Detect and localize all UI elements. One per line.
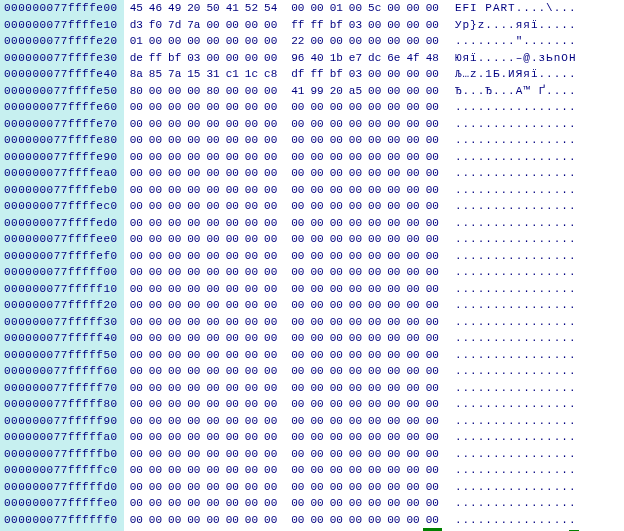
hex-byte[interactable]: 00 <box>365 149 384 166</box>
hex-byte[interactable]: 00 <box>223 165 242 182</box>
hex-byte[interactable]: 00 <box>288 0 307 17</box>
hex-byte[interactable]: 45 <box>127 0 146 17</box>
hex-byte[interactable]: 00 <box>146 462 165 479</box>
hex-byte[interactable]: 00 <box>346 99 365 116</box>
hex-byte[interactable]: 00 <box>146 248 165 265</box>
hex-bytes[interactable]: 00000000000000000000000000000000 <box>124 462 445 479</box>
hex-byte[interactable]: 00 <box>203 215 222 232</box>
hex-byte[interactable]: 00 <box>346 297 365 314</box>
hex-byte[interactable]: 41 <box>288 83 307 100</box>
hex-byte[interactable]: 00 <box>307 297 326 314</box>
hex-byte[interactable]: f0 <box>146 17 165 34</box>
hex-byte[interactable]: 00 <box>384 116 403 133</box>
hex-byte[interactable]: 00 <box>242 380 261 397</box>
hex-byte[interactable]: 00 <box>223 396 242 413</box>
hex-byte[interactable]: 00 <box>307 479 326 496</box>
hex-byte[interactable]: 00 <box>184 231 203 248</box>
hex-row[interactable]: 000000077fffff20000000000000000000000000… <box>0 297 583 314</box>
hex-byte[interactable]: 00 <box>261 347 280 364</box>
hex-byte[interactable]: 00 <box>365 314 384 331</box>
hex-byte[interactable]: 00 <box>146 264 165 281</box>
hex-byte[interactable]: 00 <box>307 198 326 215</box>
hex-byte[interactable]: 00 <box>288 281 307 298</box>
hex-byte[interactable]: 00 <box>346 363 365 380</box>
hex-byte[interactable]: 00 <box>242 413 261 430</box>
hex-byte[interactable]: 00 <box>184 347 203 364</box>
hex-byte[interactable]: 00 <box>423 363 442 380</box>
hex-byte[interactable]: d3 <box>127 17 146 34</box>
ascii-cell[interactable]: ................ <box>445 281 583 298</box>
hex-byte[interactable]: 00 <box>327 198 346 215</box>
ascii-cell[interactable]: ................ <box>445 297 583 314</box>
hex-byte[interactable]: 00 <box>365 495 384 512</box>
hex-byte[interactable]: 00 <box>223 413 242 430</box>
hex-byte[interactable]: 00 <box>384 297 403 314</box>
ascii-cell[interactable]: ................ <box>445 462 583 479</box>
hex-byte[interactable]: 03 <box>346 66 365 83</box>
hex-byte[interactable]: 00 <box>384 248 403 265</box>
hex-byte[interactable]: 00 <box>403 281 422 298</box>
hex-row[interactable]: 000000077fffff40000000000000000000000000… <box>0 330 583 347</box>
hex-byte[interactable]: 00 <box>203 248 222 265</box>
hex-byte[interactable]: 00 <box>127 330 146 347</box>
hex-byte[interactable]: 00 <box>288 297 307 314</box>
hex-byte[interactable]: 00 <box>288 149 307 166</box>
hex-byte[interactable]: 00 <box>423 33 442 50</box>
hex-byte[interactable]: 00 <box>203 17 222 34</box>
hex-byte[interactable]: 00 <box>384 66 403 83</box>
hex-bytes[interactable]: 8000000080000000419920a500000000 <box>124 83 445 100</box>
hex-byte[interactable]: 00 <box>327 380 346 397</box>
hex-byte[interactable]: 00 <box>288 429 307 446</box>
hex-bytes[interactable]: 00000000000000000000000000000000 <box>124 215 445 232</box>
hex-byte[interactable]: 00 <box>365 462 384 479</box>
hex-byte[interactable]: 00 <box>423 17 442 34</box>
hex-bytes[interactable]: 01000000000000002200000000000000 <box>124 33 445 50</box>
hex-byte[interactable]: 00 <box>261 132 280 149</box>
hex-byte[interactable]: 00 <box>307 347 326 364</box>
hex-byte[interactable]: 00 <box>423 231 442 248</box>
hex-byte[interactable]: 00 <box>146 429 165 446</box>
hex-byte[interactable]: 00 <box>307 132 326 149</box>
hex-byte[interactable]: 00 <box>261 198 280 215</box>
hex-byte[interactable]: 00 <box>365 17 384 34</box>
hex-byte[interactable]: 00 <box>365 347 384 364</box>
hex-bytes[interactable]: 00000000000000000000000000000000 <box>124 380 445 397</box>
hex-byte[interactable]: 00 <box>423 512 442 529</box>
hex-byte[interactable]: 7a <box>165 66 184 83</box>
hex-byte[interactable]: 00 <box>165 281 184 298</box>
hex-byte[interactable]: 00 <box>403 314 422 331</box>
hex-byte[interactable]: 00 <box>261 149 280 166</box>
hex-byte[interactable]: 00 <box>127 429 146 446</box>
hex-byte[interactable]: 00 <box>423 248 442 265</box>
hex-byte[interactable]: 00 <box>165 132 184 149</box>
hex-byte[interactable]: 00 <box>223 330 242 347</box>
hex-bytes[interactable]: d3f07d7a00000000ffffbf0300000000 <box>124 17 445 34</box>
hex-byte[interactable]: 00 <box>327 330 346 347</box>
hex-byte[interactable]: 00 <box>288 363 307 380</box>
hex-byte[interactable]: 00 <box>203 33 222 50</box>
hex-byte[interactable]: 00 <box>146 396 165 413</box>
hex-byte[interactable]: 00 <box>307 462 326 479</box>
hex-bytes[interactable]: 00000000000000000000000000000000 <box>124 479 445 496</box>
hex-byte[interactable]: 00 <box>127 446 146 463</box>
hex-byte[interactable]: 00 <box>423 198 442 215</box>
hex-byte[interactable]: 31 <box>203 66 222 83</box>
hex-byte[interactable]: 00 <box>165 396 184 413</box>
hex-byte[interactable]: 00 <box>127 297 146 314</box>
hex-byte[interactable]: 99 <box>307 83 326 100</box>
hex-byte[interactable]: 00 <box>327 462 346 479</box>
hex-byte[interactable]: 00 <box>327 512 346 529</box>
hex-byte[interactable]: 00 <box>346 413 365 430</box>
hex-byte[interactable]: 00 <box>346 248 365 265</box>
hex-byte[interactable]: 00 <box>307 165 326 182</box>
hex-byte[interactable]: 00 <box>307 33 326 50</box>
hex-byte[interactable]: 00 <box>384 446 403 463</box>
hex-byte[interactable]: 00 <box>288 396 307 413</box>
hex-byte[interactable]: 00 <box>127 281 146 298</box>
hex-byte[interactable]: 00 <box>403 248 422 265</box>
hex-byte[interactable]: 01 <box>127 33 146 50</box>
hex-byte[interactable]: 00 <box>203 198 222 215</box>
hex-byte[interactable]: 00 <box>403 363 422 380</box>
ascii-cell[interactable]: ................ <box>445 363 583 380</box>
hex-byte[interactable]: 00 <box>327 215 346 232</box>
